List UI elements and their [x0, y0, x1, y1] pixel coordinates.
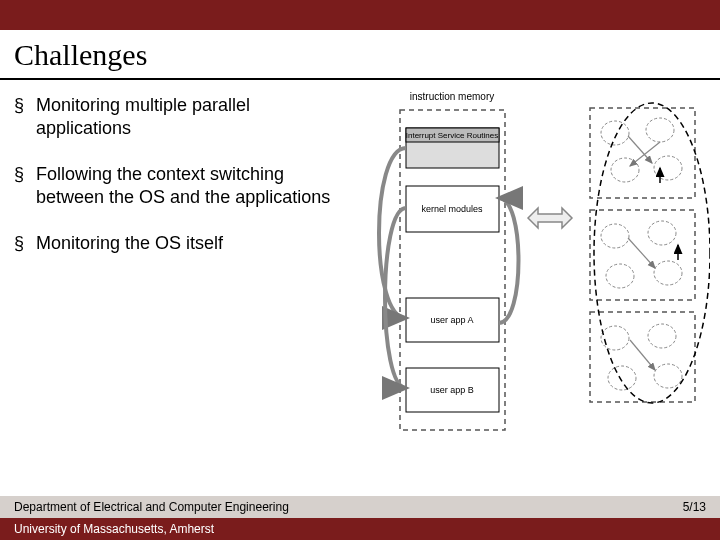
bullet-item: Monitoring the OS itself	[14, 232, 334, 255]
svg-point-15	[654, 364, 682, 388]
content-area: Monitoring multiple parallel application…	[0, 80, 720, 510]
title-area: Challenges	[0, 30, 720, 80]
diagram-header-label: instruction memory	[410, 91, 494, 102]
isr-label: Interrupt Service Routines	[406, 131, 499, 140]
slide-title: Challenges	[14, 38, 706, 72]
bullet-list: Monitoring multiple parallel application…	[14, 94, 334, 255]
svg-rect-11	[590, 312, 695, 402]
svg-point-5	[654, 156, 682, 180]
svg-point-8	[648, 221, 676, 245]
svg-point-7	[601, 224, 629, 248]
page-number: 5/13	[683, 500, 706, 514]
svg-point-9	[606, 264, 634, 288]
process-group	[590, 108, 695, 198]
bullet-item: Following the context switching between …	[14, 163, 334, 208]
bullet-item: Monitoring multiple parallel application…	[14, 94, 334, 139]
department-footer: Department of Electrical and Computer En…	[0, 496, 720, 518]
university-footer: University of Massachusetts, Amherst	[0, 518, 720, 540]
department-label: Department of Electrical and Computer En…	[14, 500, 289, 514]
process-group	[590, 312, 695, 402]
svg-point-3	[646, 118, 674, 142]
svg-point-12	[601, 326, 629, 350]
svg-point-14	[608, 366, 636, 390]
bidirectional-arrow-icon	[528, 208, 572, 228]
svg-point-10	[654, 261, 682, 285]
svg-point-2	[601, 121, 629, 145]
header-bar	[0, 0, 720, 30]
process-group	[590, 210, 695, 300]
app-a-label: user app A	[430, 315, 473, 325]
kernel-label: kernel modules	[421, 204, 483, 214]
memory-diagram: instruction memory Interrupt Service Rou…	[360, 88, 710, 448]
app-b-label: user app B	[430, 385, 474, 395]
svg-point-13	[648, 324, 676, 348]
university-label: University of Massachusetts, Amherst	[14, 522, 214, 536]
